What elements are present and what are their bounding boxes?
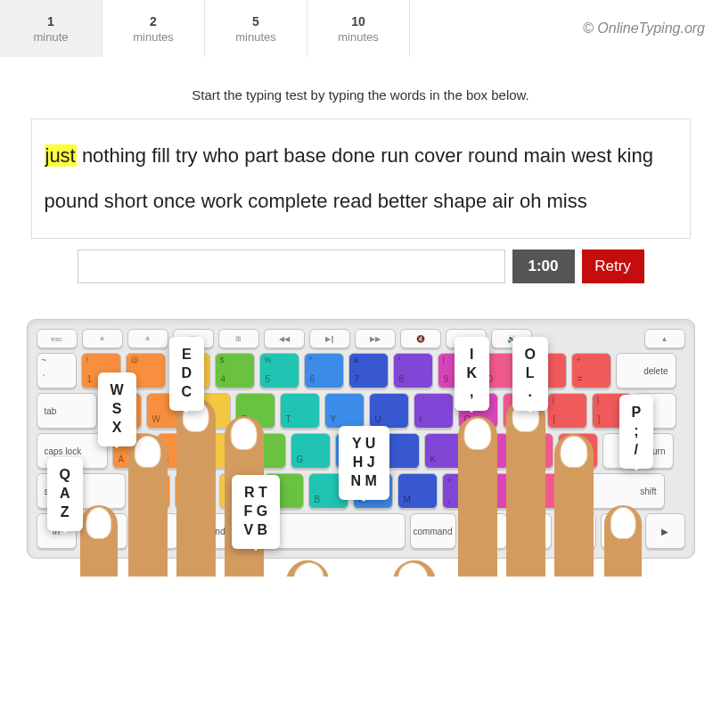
key-s[interactable]: S xyxy=(157,433,197,469)
key-[interactable]: ▼ xyxy=(601,513,641,549)
word: fill xyxy=(152,144,170,167)
word: king xyxy=(618,144,653,167)
key-command[interactable]: command xyxy=(183,513,229,549)
bubble-left-middle: EDC xyxy=(169,337,205,410)
tab-unit: minutes xyxy=(338,30,379,44)
tab-10min[interactable]: 10 minutes xyxy=(307,0,410,57)
key-g[interactable]: G xyxy=(291,433,331,469)
tab-unit: minutes xyxy=(133,30,174,44)
key-shift[interactable]: shift xyxy=(576,473,665,509)
key-8[interactable]: *8 xyxy=(393,353,433,389)
key-[interactable]: 🔇 xyxy=(400,329,441,348)
controls-row: 1:00 Retry xyxy=(31,249,691,283)
tab-num: 2 xyxy=(150,14,157,29)
word: done xyxy=(332,144,375,167)
key-[interactable]: ~` xyxy=(37,353,77,389)
word: complete xyxy=(248,190,327,212)
word: oh xyxy=(520,190,541,212)
key-[interactable]: ◀ xyxy=(512,513,552,549)
word: miss xyxy=(547,190,587,212)
tab-num: 1 xyxy=(47,14,54,29)
word: air xyxy=(492,190,513,212)
tab-unit: minute xyxy=(33,30,68,44)
key-l[interactable]: L xyxy=(469,433,509,469)
key-esc[interactable]: esc xyxy=(37,329,78,348)
typing-input[interactable] xyxy=(78,249,505,283)
key-delete[interactable]: delete xyxy=(616,353,676,389)
bubble-left-index: R TF GV B xyxy=(232,475,281,548)
key-6[interactable]: ^6 xyxy=(304,353,344,389)
key-[interactable]: <, xyxy=(442,473,482,509)
bubble-right-ring: OL. xyxy=(512,337,548,410)
tab-unit: minutes xyxy=(235,30,276,44)
key-[interactable]: ?/ xyxy=(531,473,571,509)
key-command[interactable]: command xyxy=(410,513,456,549)
retry-button[interactable]: Retry xyxy=(582,249,644,283)
tab-2min[interactable]: 2 minutes xyxy=(102,0,205,57)
key-z[interactable]: Z xyxy=(130,473,170,509)
word: west xyxy=(571,144,611,167)
key-y[interactable]: Y xyxy=(324,393,365,429)
key-[interactable]: ◀◀ xyxy=(264,329,305,348)
word: base xyxy=(283,144,326,167)
words-box: just nothing fill try who part base done… xyxy=(31,119,691,239)
word: run xyxy=(381,144,409,167)
key-[interactable]: :; xyxy=(513,433,553,469)
key-[interactable]: ▶‖ xyxy=(309,329,350,348)
key-u[interactable]: U xyxy=(369,393,409,429)
tab-5min[interactable]: 5 minutes xyxy=(205,0,307,57)
bubble-right-middle: IK, xyxy=(455,337,490,410)
key-[interactable]: += xyxy=(571,353,611,389)
brand-label: © OnlineTyping.org xyxy=(583,20,721,37)
key-[interactable]: ▶ xyxy=(645,513,685,549)
key-[interactable]: {[ xyxy=(547,393,587,429)
bubble-right-pinky: P;/ xyxy=(619,395,654,468)
key-option[interactable]: option xyxy=(461,513,507,549)
key-[interactable]: "' xyxy=(558,433,598,469)
word: once xyxy=(153,190,196,212)
key-control[interactable]: control xyxy=(81,513,127,549)
key-t[interactable]: T xyxy=(280,393,320,429)
key-[interactable]: ⊞ xyxy=(218,329,259,348)
keyboard-area: esc☀☀⊞⊞◀◀▶‖▶▶🔇🔉🔊▲ ~`!1@2#3$4%5^6&7*8(9)0… xyxy=(27,319,695,559)
key-5[interactable]: %5 xyxy=(259,353,299,389)
bubble-left-ring: WSX xyxy=(98,372,136,446)
key-[interactable]: ▶▶ xyxy=(355,329,396,348)
bubble-right-index: Y UH JN M xyxy=(339,426,389,499)
key-d[interactable]: D xyxy=(201,433,242,469)
key-[interactable]: ☀ xyxy=(82,329,123,348)
key-7[interactable]: &7 xyxy=(348,353,389,389)
key-r[interactable]: R xyxy=(235,393,275,429)
key-[interactable]: ☀ xyxy=(127,329,168,348)
key-f[interactable]: F xyxy=(246,433,286,469)
duration-tabs: 1 minute 2 minutes 5 minutes 10 minutes … xyxy=(0,0,721,57)
key-[interactable]: ▲ xyxy=(644,329,685,348)
tab-num: 10 xyxy=(351,14,365,29)
key-tab[interactable]: tab xyxy=(37,393,97,429)
timer-display: 1:00 xyxy=(512,249,575,283)
key-option[interactable]: option xyxy=(132,513,178,549)
word: work xyxy=(201,190,242,212)
word: part xyxy=(244,144,278,167)
word: read xyxy=(333,190,373,212)
word: pound xyxy=(45,190,99,212)
key-k[interactable]: K xyxy=(424,433,464,469)
word: shape xyxy=(433,190,487,212)
word: round xyxy=(468,144,518,167)
tab-num: 5 xyxy=(252,14,259,29)
tab-1min[interactable]: 1 minute xyxy=(0,0,102,57)
word: main xyxy=(523,144,566,167)
key-i[interactable]: I xyxy=(414,393,454,429)
key-4[interactable]: $4 xyxy=(215,353,255,389)
word: try xyxy=(176,144,197,167)
key-m[interactable]: M xyxy=(397,473,438,509)
key-[interactable]: >. xyxy=(487,473,527,509)
key-[interactable]: ▲ xyxy=(556,513,596,549)
bubble-left-pinky: QAZ xyxy=(47,457,83,530)
word: who xyxy=(203,144,239,167)
word: short xyxy=(104,190,148,212)
word: nothing xyxy=(82,144,146,167)
key-x[interactable]: X xyxy=(175,473,215,509)
instruction-text: Start the typing test by typing the word… xyxy=(0,87,721,102)
word: just xyxy=(45,144,77,167)
